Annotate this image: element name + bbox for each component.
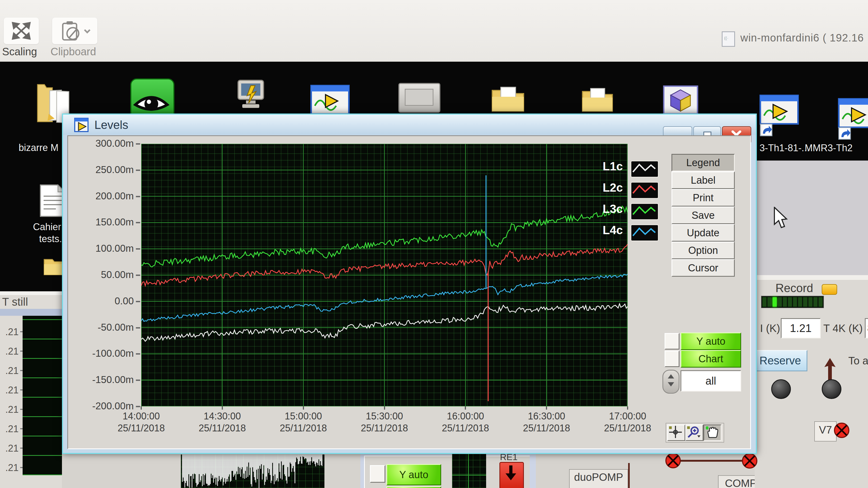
desktop-icon-gray-device[interactable]: [398, 83, 440, 113]
record-led-segment: [773, 297, 777, 307]
record-led-segment: [778, 297, 782, 307]
legend-label-l3c[interactable]: L3c: [580, 202, 623, 216]
y-auto-led-box[interactable]: [664, 333, 679, 350]
label-button[interactable]: Label: [672, 171, 735, 189]
y-auto-button[interactable]: Y auto: [681, 332, 741, 350]
valve-icon-1[interactable]: [665, 452, 681, 469]
legend-swatch-l3c[interactable]: [630, 203, 659, 220]
valve-icon-2[interactable]: [741, 453, 758, 469]
reserve-button[interactable]: Reserve: [753, 350, 807, 371]
legend-label-l2c[interactable]: L2c: [580, 181, 623, 194]
crosshair-icon: [668, 425, 683, 438]
clipboard-label: Clipboard: [51, 46, 96, 58]
right-mid-window: [755, 161, 868, 275]
y-tick-label: 250.00m: [89, 164, 134, 175]
desktop-icon-pc-tool[interactable]: [235, 77, 267, 113]
desktop-icon-vi-window-1[interactable]: [310, 85, 350, 116]
hand-icon: [704, 425, 719, 438]
record-led-segment: [788, 297, 792, 307]
ik-label: I (K): [760, 322, 780, 334]
channel-spinner[interactable]: [662, 370, 679, 394]
legend-button[interactable]: Legend: [672, 154, 735, 171]
y-tick-mark: [136, 406, 140, 407]
y-tick-mark: [136, 274, 140, 276]
x-tick-mark: [465, 406, 466, 410]
bottom-second-green-button[interactable]: [386, 486, 441, 488]
remote-toolbar: Scaling Clipboard ((· win-monfardini6 ( …: [0, 0, 868, 62]
record-led-segment: [818, 297, 823, 307]
x-tick-label: 15:00:0025/11/2018: [273, 410, 334, 434]
y-tick-label: 0.00: [89, 296, 134, 307]
desktop-icon-folder-bizarre-label[interactable]: bizarre M: [8, 142, 69, 153]
levels-titlebar[interactable]: Levels: [63, 115, 756, 135]
bottom-y-auto-button[interactable]: Y auto: [386, 464, 441, 485]
update-button[interactable]: Update: [672, 224, 735, 241]
print-button[interactable]: Print: [672, 189, 735, 206]
record-led-segment: [803, 297, 807, 307]
y-tick-mark: [136, 170, 140, 171]
record-led-segment: [808, 297, 812, 307]
record-window: Record I (K) 1.21 T 4K (K) 8 Reserve To …: [755, 275, 868, 488]
x-tick-label: 14:30:0025/11/2018: [192, 410, 253, 434]
waveform-chart[interactable]: L1cL2cL3cL4c: [141, 144, 628, 406]
crosshair-tool-button[interactable]: [667, 424, 685, 441]
zoom-tool-button[interactable]: [685, 424, 703, 441]
bottom-led-box[interactable]: [370, 465, 385, 483]
desktop-icon-folder-3[interactable]: [580, 86, 615, 114]
labview-vi-icon: [74, 118, 89, 132]
legend-label-l1c[interactable]: L1c: [580, 160, 623, 173]
record-led-segment: [793, 297, 797, 307]
option-button[interactable]: Option: [672, 241, 735, 259]
desktop-icon-vi-mmr3-th1[interactable]: [759, 94, 799, 138]
desktop-icon-vi-mmr3-th2[interactable]: [838, 98, 868, 141]
legend-swatch-l4c[interactable]: [630, 224, 659, 241]
t-still-tick-label: .21: [0, 326, 19, 337]
y-tick-mark: [136, 196, 140, 197]
legend-swatch-l1c[interactable]: [630, 161, 659, 177]
y-tick-label: 100.00m: [89, 243, 134, 254]
scaling-button[interactable]: [4, 18, 39, 44]
record-led-segment: [763, 297, 767, 307]
legend-label-l4c[interactable]: L4c: [580, 224, 623, 237]
desktop-icon-folder-2[interactable]: [490, 85, 526, 114]
chart-led-box[interactable]: [664, 351, 679, 367]
t-still-tick-label: .21: [0, 404, 19, 415]
spinner-down-icon: [668, 382, 674, 387]
t-still-tick-label: .21: [0, 423, 19, 434]
scaling-expand-icon: [11, 21, 31, 40]
clipboard-button[interactable]: [52, 18, 97, 44]
t4k-value-field[interactable]: 8: [865, 318, 868, 338]
legend-swatch-l2c[interactable]: [630, 182, 659, 199]
pan-tool-button[interactable]: [703, 424, 721, 441]
chart-button[interactable]: Chart: [681, 350, 741, 367]
ik-value-field[interactable]: 1.21: [781, 318, 821, 338]
knob-left[interactable]: [771, 379, 791, 399]
levels-window: Levels L1cL2cL3cL4c 300.00m250.00m200.00…: [62, 113, 757, 454]
session-host-label[interactable]: win-monfardini6 ( 192.16: [740, 32, 868, 44]
desktop-icon-project-cube[interactable]: [663, 85, 699, 116]
record-led-bar: [761, 296, 824, 308]
knob-right[interactable]: [822, 379, 841, 399]
t-still-title: T still: [2, 296, 28, 308]
re1-button[interactable]: [499, 462, 524, 488]
t4k-label: T 4K (K): [823, 322, 863, 334]
levels-title: Levels: [94, 118, 128, 132]
clipboard-icon: [59, 21, 91, 41]
desktop-icon-vi-mmr3-th2-label[interactable]: MMR3-Th2: [805, 142, 868, 154]
y-tick-label: 150.00m: [89, 217, 134, 228]
channel-selector[interactable]: all: [681, 370, 741, 392]
x-tick-label: 14:00:0025/11/2018: [111, 410, 172, 434]
y-tick-label: 300.00m: [89, 138, 134, 149]
record-led-segment: [768, 297, 772, 307]
save-button[interactable]: Save: [672, 206, 735, 224]
t-still-tick-label: .21: [0, 462, 19, 474]
record-led-segment: [783, 297, 787, 307]
duopomp-label: duoPOMP: [569, 469, 628, 488]
x-tick-label: 15:30:0025/11/2018: [354, 410, 415, 434]
to-air-label: To ai: [848, 355, 868, 367]
noise-chart-fragment: [181, 455, 324, 488]
valve-icon-v7[interactable]: [833, 422, 850, 438]
graph-palette: [665, 423, 724, 443]
cursor-button[interactable]: Cursor: [672, 259, 735, 277]
arrow-up-icon: [823, 358, 837, 381]
